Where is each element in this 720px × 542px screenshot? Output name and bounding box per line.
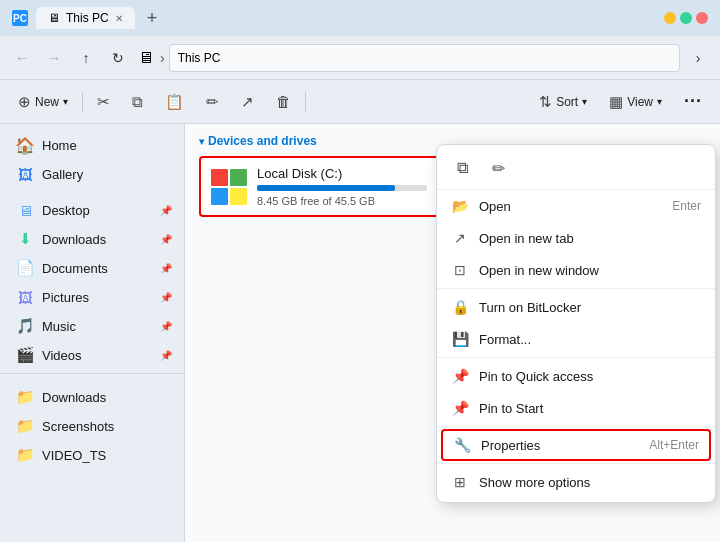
maximize-button[interactable] [680, 12, 692, 24]
ctx-copy-button[interactable]: ⧉ [445, 153, 479, 183]
ctx-properties-label: Properties [481, 438, 639, 453]
more-button[interactable]: ··· [674, 87, 712, 117]
sidebar-item-downloads2[interactable]: 📁 Downloads [4, 383, 180, 411]
nav-toolbar: ← → ↑ ↻ 🖥 › › [0, 36, 720, 80]
share-button[interactable]: ↗ [231, 87, 264, 117]
share-icon: ↗ [241, 93, 254, 111]
videos-icon: 🎬 [16, 346, 34, 364]
ctx-open-new-window-item[interactable]: ⊡ Open in new window [437, 254, 715, 286]
paste-icon: 📋 [165, 93, 184, 111]
ctx-open-new-tab-item[interactable]: ↗ Open in new tab [437, 222, 715, 254]
ctx-copy-icon: ⧉ [457, 159, 468, 177]
ctx-properties-item[interactable]: 🔧 Properties Alt+Enter [441, 429, 711, 461]
up-button[interactable]: ↑ [72, 44, 100, 72]
ctx-more-options-item[interactable]: ⊞ Show more options [437, 466, 715, 498]
sidebar-item-documents[interactable]: 📄 Documents 📌 [4, 254, 180, 282]
tab-close-icon[interactable]: ✕ [115, 13, 123, 24]
window-controls [664, 12, 708, 24]
ctx-open-new-window-label: Open in new window [479, 263, 701, 278]
ctx-open-new-window-icon: ⊡ [451, 261, 469, 279]
screenshots-icon: 📁 [16, 417, 34, 435]
ctx-pin-quick-item[interactable]: 📌 Pin to Quick access [437, 360, 715, 392]
paste-button[interactable]: 📋 [155, 87, 194, 117]
sidebar-item-pictures[interactable]: 🖼 Pictures 📌 [4, 283, 180, 311]
windows-logo-icon [211, 169, 247, 205]
new-tab-button[interactable]: + [143, 8, 162, 29]
desktop-icon: 🖥 [16, 201, 34, 219]
ctx-pin-start-item[interactable]: 📌 Pin to Start [437, 392, 715, 424]
sidebar-item-home[interactable]: 🏠 Home [4, 131, 180, 159]
win-sq-yellow [230, 188, 247, 205]
delete-button[interactable]: 🗑 [266, 87, 301, 117]
sidebar-item-label: VIDEO_TS [42, 448, 106, 463]
app-icon: PC [12, 10, 28, 26]
tab-label: This PC [66, 11, 109, 25]
pin-icon: 📌 [160, 292, 172, 303]
new-chevron-icon: ▾ [63, 96, 68, 107]
close-button[interactable] [696, 12, 708, 24]
local-disk-c-item[interactable]: Local Disk (C:) 8.45 GB free of 45.5 GB [199, 156, 439, 217]
view-icon: ▦ [609, 93, 623, 111]
sidebar-item-music[interactable]: 🎵 Music 📌 [4, 312, 180, 340]
command-bar: ⊕ New ▾ ✂ ⧉ 📋 ✏ ↗ 🗑 ⇅ Sort ▾ ▦ View ▾ ··… [0, 80, 720, 124]
ctx-rename-icon: ✏ [492, 159, 505, 178]
downloads-icon: ⬇ [16, 230, 34, 248]
ctx-divider-2 [437, 357, 715, 358]
sort-icon: ⇅ [539, 93, 552, 111]
sort-label: Sort [556, 95, 578, 109]
refresh-button[interactable]: ↻ [104, 44, 132, 72]
ctx-pin-start-icon: 📌 [451, 399, 469, 417]
ctx-open-item[interactable]: 📂 Open Enter [437, 190, 715, 222]
section-chevron-icon: ▾ [199, 136, 204, 147]
rename-button[interactable]: ✏ [196, 87, 229, 117]
sidebar-item-label: Screenshots [42, 419, 114, 434]
ctx-format-icon: 💾 [451, 330, 469, 348]
minimize-button[interactable] [664, 12, 676, 24]
more-icon: ··· [684, 91, 702, 112]
ctx-open-new-tab-icon: ↗ [451, 229, 469, 247]
win-sq-red [211, 169, 228, 186]
back-button[interactable]: ← [8, 44, 36, 72]
more-nav-button[interactable]: › [684, 44, 712, 72]
sidebar: 🏠 Home 🖼 Gallery 🖥 Desktop 📌 ⬇ Downloads… [0, 124, 185, 542]
rename-icon: ✏ [206, 93, 219, 111]
ctx-pin-start-label: Pin to Start [479, 401, 701, 416]
new-icon: ⊕ [18, 93, 31, 111]
gallery-icon: 🖼 [16, 165, 34, 183]
cut-button[interactable]: ✂ [87, 87, 120, 117]
drive-bar-fill [257, 185, 395, 191]
sidebar-item-downloads[interactable]: ⬇ Downloads 📌 [4, 225, 180, 253]
new-button[interactable]: ⊕ New ▾ [8, 87, 78, 117]
pin-icon: 📌 [160, 234, 172, 245]
sidebar-item-desktop[interactable]: 🖥 Desktop 📌 [4, 196, 180, 224]
pin-icon: 📌 [160, 263, 172, 274]
tab-this-pc[interactable]: 🖥 This PC ✕ [36, 7, 135, 29]
sidebar-item-video-ts[interactable]: 📁 VIDEO_TS [4, 441, 180, 469]
pin-icon: 📌 [160, 350, 172, 361]
ctx-divider-4 [437, 463, 715, 464]
sort-button[interactable]: ⇅ Sort ▾ [529, 87, 597, 117]
view-button[interactable]: ▦ View ▾ [599, 87, 672, 117]
copy-button[interactable]: ⧉ [122, 87, 153, 117]
separator-1 [82, 92, 83, 112]
sidebar-item-label: Videos [42, 348, 82, 363]
ctx-bitlocker-item[interactable]: 🔒 Turn on BitLocker [437, 291, 715, 323]
ctx-pin-quick-icon: 📌 [451, 367, 469, 385]
ctx-format-item[interactable]: 💾 Format... [437, 323, 715, 355]
address-bar[interactable] [169, 44, 680, 72]
main-layout: 🏠 Home 🖼 Gallery 🖥 Desktop 📌 ⬇ Downloads… [0, 124, 720, 542]
sidebar-item-label: Downloads [42, 232, 106, 247]
ctx-divider-3 [437, 426, 715, 427]
sidebar-item-videos[interactable]: 🎬 Videos 📌 [4, 341, 180, 369]
sidebar-item-screenshots[interactable]: 📁 Screenshots [4, 412, 180, 440]
sidebar-item-gallery[interactable]: 🖼 Gallery [4, 160, 180, 188]
ctx-rename-button[interactable]: ✏ [481, 153, 515, 183]
ctx-properties-shortcut: Alt+Enter [649, 438, 699, 452]
forward-button[interactable]: → [40, 44, 68, 72]
path-chevron: › [160, 50, 165, 66]
ctx-divider-1 [437, 288, 715, 289]
content-area: ▾ Devices and drives Local Disk (C:) 8.4… [185, 124, 720, 542]
delete-icon: 🗑 [276, 93, 291, 110]
win-sq-green [230, 169, 247, 186]
drive-bar-container [257, 185, 427, 191]
